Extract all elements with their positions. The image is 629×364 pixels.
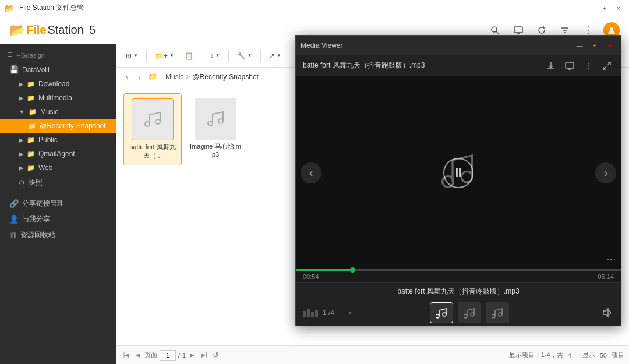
mv-download-btn[interactable]	[544, 59, 558, 73]
sidebar-item-snapshot[interactable]: ⏱ 快照	[0, 175, 116, 190]
mv-track-thumb-1[interactable]	[430, 302, 453, 323]
minimize-button[interactable]: —	[585, 2, 596, 14]
sidebar-item-public[interactable]: ▶ 📁 Public	[0, 133, 116, 147]
new-folder-btn[interactable]: 📁+ ▼	[150, 48, 179, 64]
copy-btn[interactable]: 📋	[180, 48, 198, 64]
mv-volume-area	[600, 306, 614, 320]
mv-next-btn[interactable]: ›	[595, 162, 616, 183]
mv-track-thumb-3[interactable]	[486, 302, 509, 323]
download-folder-icon: ▶	[19, 80, 23, 88]
sort-icon: ↕	[210, 52, 214, 60]
mv-volume-btn[interactable]	[600, 306, 614, 320]
mv-playlist-row: 1 /4 ‹	[296, 300, 621, 326]
first-page-btn[interactable]: |◀	[121, 350, 132, 361]
status-bar: |◀ ◀ 页面 / 1 ▶ ▶| ↺ 显示项目：1-4，共 4 ，显示	[116, 345, 629, 364]
nav-forward-btn[interactable]: ›	[134, 71, 146, 83]
sidebar-item-multimedia[interactable]: ▶ 📁 Multimedia	[0, 91, 116, 105]
multimedia-expand-icon: ▶	[19, 94, 23, 102]
kuaipai-icon: ⏱	[19, 179, 25, 186]
logo-text-station: Station	[47, 23, 83, 37]
nav-back-btn[interactable]: ‹	[121, 71, 133, 83]
web-label: Web	[38, 164, 52, 172]
mv-close-btn[interactable]: ×	[603, 39, 616, 52]
file-item-imagine[interactable]: Imagine-马心怡.mp3	[186, 93, 245, 165]
breadcrumb-current: @Recently-Snapshot	[192, 73, 259, 81]
share-arrow: ▼	[277, 53, 281, 58]
mv-footer: batte fort 凤舞九天（抖音咚鼓版）.mp3 1 /4 ‹	[296, 282, 621, 326]
mv-playlist-page: 1 /4	[323, 309, 334, 317]
file-thumb-batte	[132, 98, 174, 140]
music-expand-icon: ▼	[19, 108, 25, 115]
view-icon: ⊞	[126, 52, 132, 60]
tools-icon: 🔧	[237, 52, 246, 60]
group-label-text: HGdesign	[16, 52, 45, 59]
sidebar-item-shared-with-me[interactable]: 👤 与我分享	[0, 211, 116, 227]
svg-point-23	[443, 313, 446, 316]
media-viewer: Media Viewer — + × batte fort 凤舞九天（抖音跑鼓版…	[295, 35, 621, 326]
file-name-imagine: Imagine-马心怡.mp3	[189, 142, 242, 158]
datavol-icon: 💾	[9, 65, 19, 74]
breadcrumb-music[interactable]: Music	[165, 73, 183, 81]
download-label: Download	[38, 80, 69, 88]
mv-fullscreen-btn[interactable]	[600, 59, 614, 73]
mv-progress-bar[interactable]	[296, 269, 621, 271]
title-bar-text: File Station 文件总管	[19, 3, 84, 13]
mv-minimize-btn[interactable]: —	[573, 39, 586, 52]
mv-more-btn[interactable]: ···	[607, 254, 616, 264]
mv-main: ⏸ ‹ › ···	[296, 76, 621, 269]
share-icon: ↗	[269, 52, 275, 60]
sidebar-section-main: ☰ HGdesign 💾 DataVol1 ▶ 📁 Download ▶	[0, 44, 116, 246]
display-num: 50	[600, 352, 607, 359]
share-links-icon: 🔗	[9, 199, 19, 208]
page-total: 1	[182, 352, 186, 359]
sidebar-item-qmailagent[interactable]: ▶ 📁 QmailAgent	[0, 147, 116, 161]
mv-more-dots-btn[interactable]: ⋮	[581, 59, 595, 73]
recycle-label: 资源回收站	[20, 230, 55, 240]
sidebar-item-recently-snapshot[interactable]: 📁 @Recently-Snapshot	[0, 119, 116, 133]
sort-arrow: ▼	[215, 53, 220, 58]
file-thumb-imagine	[195, 98, 236, 140]
new-folder-arrow: ▼	[169, 53, 174, 58]
mv-track-controls	[430, 302, 509, 323]
sidebar-item-share-links[interactable]: 🔗 分享链接管理	[0, 196, 116, 211]
view-toggle-btn[interactable]: ⊞ ▼	[121, 48, 143, 64]
qmail-label: QmailAgent	[38, 150, 75, 158]
maximize-button[interactable]: +	[599, 2, 610, 14]
public-folder-icon: 📁	[27, 136, 35, 144]
share-btn[interactable]: ↗ ▼	[264, 48, 286, 64]
sidebar-item-datavol1[interactable]: 💾 DataVol1	[0, 62, 116, 77]
svg-point-22	[436, 314, 439, 318]
sidebar-item-web[interactable]: ▶ 📁 Web	[0, 161, 116, 175]
prev-page-btn[interactable]: ◀	[133, 350, 143, 361]
sidebar-item-music[interactable]: ▼ 📁 Music	[0, 105, 116, 119]
nav-up-btn[interactable]: 📁	[147, 71, 158, 83]
sidebar-group-hgdesign[interactable]: ☰ HGdesign	[0, 48, 116, 62]
mv-titlebar: Media Viewer — + ×	[296, 36, 621, 55]
kuaipai-label: 快照	[29, 178, 43, 188]
toolbar-sep-3	[228, 50, 229, 62]
title-bar-controls: — + ×	[585, 2, 624, 14]
toolbar-sep-4	[260, 50, 261, 62]
snapshot-label: @Recently-Snapshot	[40, 122, 106, 130]
mv-progress-area: 00:54 05:14	[296, 269, 621, 282]
mv-prev-btn[interactable]: ‹	[301, 162, 321, 183]
multimedia-folder-icon: 📁	[27, 94, 35, 102]
refresh-btn[interactable]: ↺	[210, 350, 221, 361]
mv-play-btn[interactable]: ⏸	[443, 158, 473, 188]
breadcrumb-sep: >	[186, 73, 190, 81]
next-page-btn[interactable]: ▶	[187, 350, 197, 361]
close-button[interactable]: ×	[613, 2, 624, 14]
last-page-btn[interactable]: ▶|	[199, 350, 209, 361]
mv-screen-btn[interactable]	[563, 59, 577, 73]
status-page: 页面 / 1	[144, 350, 186, 361]
sidebar-item-download[interactable]: ▶ 📁 Download	[0, 77, 116, 91]
mv-playlist-prev-btn[interactable]: ‹	[344, 306, 356, 319]
mv-maximize-btn[interactable]: +	[588, 39, 601, 52]
mv-track-thumb-2[interactable]	[458, 302, 481, 323]
sidebar-item-recycle[interactable]: 🗑 资源回收站	[0, 227, 116, 243]
page-input[interactable]	[160, 350, 176, 361]
sort-btn[interactable]: ↕ ▼	[206, 48, 225, 64]
mv-time-row: 00:54 05:14	[296, 271, 621, 282]
tools-btn[interactable]: 🔧 ▼	[232, 48, 257, 64]
file-item-batte[interactable]: batte fort 凤舞九天（…	[123, 93, 182, 165]
